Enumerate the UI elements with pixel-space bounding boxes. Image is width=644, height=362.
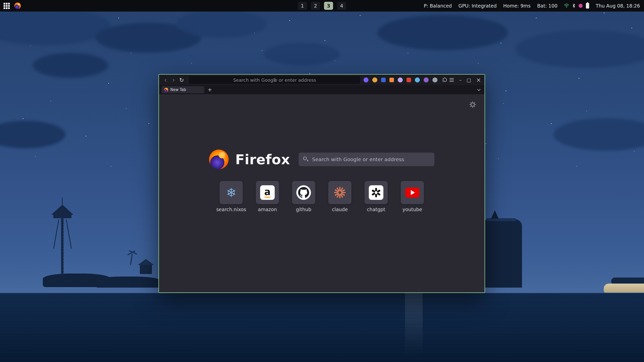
extension-amber-icon[interactable] (372, 77, 377, 82)
extension-red-icon[interactable] (407, 78, 411, 82)
newtab-search-input[interactable] (299, 153, 434, 166)
extension-strip (364, 77, 437, 82)
power-profile-status: P: Balanced (424, 3, 452, 9)
wallpaper-cloud (377, 15, 508, 50)
extension-purple-icon[interactable] (364, 77, 369, 82)
tab-new-tab[interactable]: New Tab (162, 86, 204, 93)
back-button[interactable]: ‹ (162, 76, 170, 84)
beach (604, 284, 644, 293)
puzzle-icon (442, 77, 447, 83)
extension-skyblue-icon[interactable] (415, 77, 420, 82)
menu-button[interactable] (448, 76, 455, 83)
search-icon (303, 157, 307, 160)
extensions-button[interactable] (441, 76, 448, 83)
shortcut-tile (328, 181, 351, 204)
wifi-icon[interactable] (564, 4, 569, 8)
extension-violet-icon[interactable] (424, 77, 429, 82)
firefox-logo (209, 150, 229, 169)
amazon-icon: a (260, 185, 275, 200)
reload-icon: ↻ (179, 77, 184, 83)
wallpaper-cloud (176, 10, 267, 38)
app-launcher-icon[interactable] (4, 3, 10, 9)
workspace-button-1[interactable]: 1 (298, 2, 307, 10)
shortcut-tile (401, 181, 424, 204)
firefox-wordmark: Firefox (235, 152, 290, 167)
shortcut-label: amazon (258, 207, 277, 212)
battery-status: Bat: 100 (537, 3, 557, 9)
nixos-snowflake-icon: ❄ (226, 187, 236, 199)
extension-orange-icon[interactable] (389, 78, 394, 82)
shortcut-label: search.nixos (216, 207, 246, 212)
wallpaper-cloud (0, 121, 65, 148)
close-button[interactable]: × (476, 77, 481, 83)
battery-icon (586, 3, 589, 9)
new-tab-page: Firefox ❄ search.nixos a amazon (159, 94, 485, 292)
forward-icon: › (172, 76, 175, 84)
browser-toolbar: ‹ › ↻ – □ × (159, 75, 485, 85)
sea-reflection (405, 293, 423, 356)
extension-gray-icon[interactable] (432, 77, 437, 82)
shortcut-label: chatgpt (367, 207, 385, 212)
shortcut-label: github (296, 207, 311, 212)
plus-icon: + (208, 87, 212, 93)
shortcut-label: claude (332, 207, 348, 212)
minimize-button[interactable]: – (459, 78, 462, 82)
latency-status: Home: 9ms (503, 3, 531, 9)
list-all-tabs-button[interactable] (475, 86, 482, 93)
reload-button[interactable]: ↻ (178, 76, 186, 84)
wallpaper-cloud (0, 8, 111, 45)
shortcut-tile: a (256, 181, 279, 204)
openai-knot-icon (369, 185, 383, 200)
workspace-button-4[interactable]: 4 (337, 2, 346, 10)
new-tab-button[interactable]: + (206, 86, 213, 93)
claude-starburst-icon (333, 186, 346, 199)
workspace-button-3[interactable]: 3 (324, 2, 333, 10)
tab-title: New Tab (170, 87, 186, 92)
shortcut-github[interactable]: github (292, 181, 315, 212)
wallpaper-cloud (264, 43, 340, 65)
firefox-hero: Firefox (159, 150, 485, 169)
personalize-button[interactable] (469, 101, 476, 109)
shortcut-youtube[interactable]: youtube (401, 181, 424, 212)
indicator-icon[interactable] (579, 4, 583, 8)
window-controls: – □ × (459, 77, 481, 83)
forward-button[interactable]: › (170, 76, 178, 84)
sea (0, 293, 644, 362)
firefox-taskbar-icon[interactable] (14, 3, 21, 9)
workspace-button-2[interactable]: 2 (311, 2, 320, 10)
tab-favicon (164, 88, 168, 92)
hamburger-icon (450, 78, 454, 82)
shortcut-label: youtube (403, 207, 422, 212)
shortcut-tile (292, 181, 315, 204)
wallpaper-cloud (33, 53, 108, 78)
url-bar[interactable] (189, 76, 360, 84)
shortcut-claude[interactable]: claude (328, 181, 351, 212)
extension-lavender-icon[interactable] (398, 77, 403, 82)
gpu-status: GPU: Integrated (458, 3, 497, 9)
url-input[interactable] (189, 76, 360, 83)
wallpaper-cloud (553, 118, 644, 151)
shortcut-chatgpt[interactable]: chatgpt (365, 181, 388, 212)
extension-blue-icon[interactable] (381, 78, 386, 82)
firefox-window: ‹ › ↻ – □ × New Tab + (158, 74, 485, 293)
shortcut-tile (365, 181, 388, 204)
maximize-button[interactable]: □ (467, 78, 471, 82)
youtube-play-icon (405, 188, 419, 198)
github-octocat-icon (296, 185, 311, 200)
back-icon: ‹ (164, 76, 167, 84)
shortcut-search-nixos[interactable]: ❄ search.nixos (220, 181, 243, 212)
bluetooth-icon[interactable] (572, 4, 575, 8)
top-bar: 1234 P: Balanced GPU: Integrated Home: 9… (0, 0, 644, 12)
workspaces: 1234 (298, 0, 346, 12)
clock: Thu Aug 08, 18:26 (596, 3, 640, 9)
chevron-down-icon (477, 88, 480, 91)
wallpaper-cloud (516, 30, 644, 68)
shortcut-grid: ❄ search.nixos a amazon (159, 181, 485, 212)
shortcut-tile: ❄ (220, 181, 243, 204)
tab-bar: New Tab + (159, 85, 485, 94)
newtab-search[interactable] (299, 153, 434, 166)
gear-icon (469, 101, 476, 108)
shortcut-amazon[interactable]: a amazon (256, 181, 279, 212)
